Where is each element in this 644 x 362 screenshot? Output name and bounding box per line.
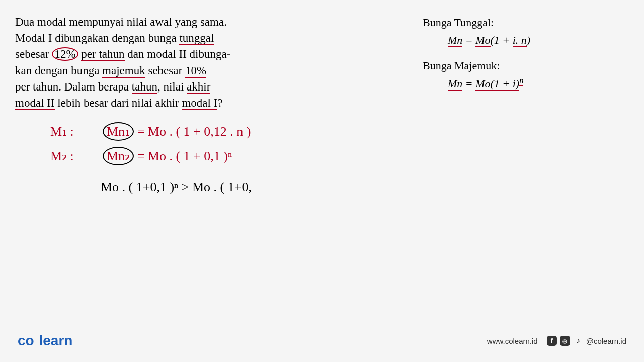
m1-var: Mn₁: [103, 122, 134, 141]
m2-var: Mn₂: [103, 147, 134, 165]
f1-eq: =: [462, 34, 475, 46]
facebook-icon: f: [547, 336, 557, 346]
f1-b: i. n: [513, 34, 527, 47]
q-l6a: modal II: [15, 97, 55, 110]
m1-label: M₁ :: [50, 124, 91, 139]
footer-url: www.colearn.id: [487, 337, 538, 345]
logo-b: learn: [39, 333, 72, 348]
q-l5a: per tahun: [15, 80, 58, 93]
q-l6d: ?: [217, 97, 222, 109]
q-l6c: modal I: [182, 97, 217, 110]
f2-mn: Mn: [448, 77, 462, 91]
f2-eq: =: [462, 77, 475, 90]
q-l2a: Modal I dibungakan dengan bunga: [15, 32, 177, 44]
q-l5e: akhir: [187, 80, 210, 94]
m1-eq: = Mo . ( 1 + 0,12 . n ): [137, 124, 251, 139]
q-l5d: , nilai: [157, 80, 184, 93]
q-l4c: sebesar: [148, 64, 182, 77]
instagram-icon: ◎: [560, 336, 570, 346]
question-text: Dua modal mempunyai nilai awal yang sama…: [15, 14, 282, 111]
q-l4a: kan dengan bunga: [15, 64, 99, 77]
f2-a: (1 + i): [491, 77, 520, 91]
footer-right: www.colearn.id f ◎ ♪ @colearn.id: [487, 336, 626, 346]
q-l5b: . Dalam berapa: [58, 80, 129, 93]
q-l6b: lebih besar dari nilai akhir: [57, 97, 179, 109]
m2-expr: Mn₂ = Mo . ( 1 + 0,1 )ⁿ: [103, 147, 232, 165]
simple-interest-title: Bunga Tunggal:: [423, 14, 614, 31]
q-l1: Dua modal mempunyai nilai awal yang sama…: [15, 16, 227, 28]
q-l2b: tunggal: [179, 32, 214, 45]
social-icons: f ◎ ♪ @colearn.id: [547, 336, 626, 346]
f1-mo: Mo: [475, 34, 490, 47]
m2-label: M₂ :: [50, 148, 91, 164]
q-l4b: majemuk: [102, 64, 145, 78]
footer-bar: co learn www.colearn.id f ◎ ♪ @colearn.i…: [0, 333, 644, 349]
q-l3c: per tahun: [81, 48, 124, 61]
f2-mo: Mo: [475, 77, 490, 91]
logo-a: co: [18, 333, 34, 348]
formula-panel: Bunga Tunggal: Mn = Mo(1 + i. n) Bunga M…: [423, 14, 614, 111]
m2-eq: = Mo . ( 1 + 0,1 )ⁿ: [137, 149, 232, 163]
handwritten-work: M₁ : Mn₁ = Mo . ( 1 + 0,12 . n ) M₂ : Mn…: [0, 122, 644, 165]
q-l5c: tahun: [132, 80, 157, 94]
compound-interest-title: Bunga Majemuk:: [423, 57, 614, 74]
tiktok-icon: ♪: [573, 336, 583, 346]
brand-logo: co learn: [18, 333, 72, 349]
m1-row: M₁ : Mn₁ = Mo . ( 1 + 0,12 . n ): [50, 122, 644, 141]
f1-c: ): [527, 34, 530, 46]
f2-n: n: [519, 76, 523, 86]
q-l4d: 10%: [185, 64, 206, 78]
m1-expr: Mn₁ = Mo . ( 1 + 0,12 . n ): [103, 122, 251, 141]
inequality-row: Mo . ( 1+0,1 )ⁿ > Mo . ( 1+0,: [0, 173, 644, 198]
q-l3a: sebesar: [15, 48, 49, 60]
f1-mn: Mn: [448, 34, 462, 47]
lined-area: Mo . ( 1+0,1 )ⁿ > Mo . ( 1+0,: [0, 173, 644, 244]
q-l3d: dan modal II dibunga-: [127, 48, 230, 60]
compound-interest-formula: Mn = Mo(1 + i)n: [423, 75, 614, 92]
f1-a: (1 +: [491, 34, 513, 46]
social-handle: @colearn.id: [586, 337, 626, 345]
simple-interest-formula: Mn = Mo(1 + i. n): [423, 32, 614, 48]
content-area: Dua modal mempunyai nilai awal yang sama…: [0, 0, 644, 111]
m2-row: M₂ : Mn₂ = Mo . ( 1 + 0,1 )ⁿ: [50, 147, 644, 165]
q-l3b: 12%: [52, 47, 78, 61]
